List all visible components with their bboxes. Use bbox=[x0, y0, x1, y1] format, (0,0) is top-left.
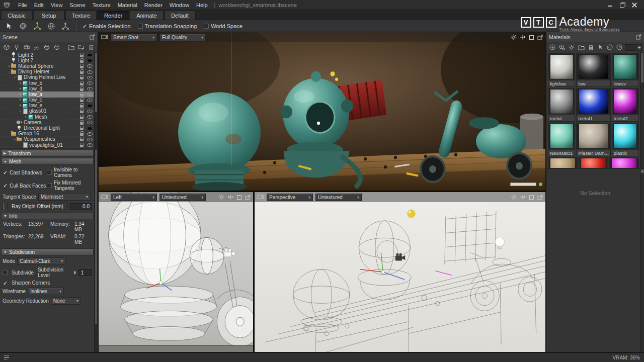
lock-icon[interactable] bbox=[80, 120, 84, 125]
left-viewport[interactable]: Left Untextured bbox=[99, 192, 255, 352]
viewport-split-icon[interactable] bbox=[520, 34, 526, 40]
material-thumbnail[interactable] bbox=[612, 88, 638, 115]
scene-tree-item[interactable]: + low_a bbox=[0, 92, 94, 97]
tree-expander-icon[interactable]: + bbox=[18, 103, 22, 108]
checkbox-icon[interactable] bbox=[3, 170, 8, 175]
lock-icon[interactable] bbox=[80, 137, 84, 141]
scene-tree-item[interactable]: - glass01 bbox=[0, 109, 94, 114]
add-camera-icon[interactable] bbox=[22, 43, 31, 51]
tree-scrollbar[interactable] bbox=[94, 52, 98, 148]
render-quality-dropdown[interactable]: Full Quality bbox=[159, 34, 206, 41]
scroll-up-arrow-icon[interactable]: ▲ bbox=[640, 169, 644, 173]
log-lines-icon[interactable] bbox=[4, 355, 9, 360]
refresh-thumbnails-icon[interactable] bbox=[568, 43, 576, 51]
toolbar-toggle[interactable]: Enable Selection bbox=[82, 23, 131, 29]
properties-scrollbar[interactable] bbox=[94, 149, 98, 352]
visibility-eye-icon[interactable] bbox=[87, 80, 93, 85]
visibility-eye-icon[interactable] bbox=[87, 75, 93, 80]
render-quality-dropdown[interactable]: Untextured bbox=[159, 194, 206, 201]
scene-tree-item[interactable]: - Group 16 bbox=[0, 131, 94, 137]
lock-icon[interactable] bbox=[80, 98, 84, 102]
minimize-button[interactable] bbox=[608, 3, 613, 8]
menu-item[interactable]: Window bbox=[166, 2, 193, 8]
add-material-icon[interactable] bbox=[52, 43, 61, 51]
material-item[interactable]: metal1 bbox=[576, 88, 610, 122]
add-sky-icon[interactable] bbox=[32, 43, 41, 51]
material-properties-scrollbar[interactable]: ▲ bbox=[640, 169, 644, 352]
scene-tree-item[interactable]: + low_e bbox=[0, 103, 94, 109]
menu-item[interactable]: Edit bbox=[31, 2, 47, 8]
menu-item[interactable]: Texture bbox=[89, 2, 114, 8]
info-section-header[interactable]: ▼ Info bbox=[1, 213, 94, 219]
lock-icon[interactable] bbox=[80, 109, 84, 113]
perspective-viewport[interactable]: Perspective Untextured bbox=[255, 192, 545, 352]
scene-tree-item[interactable]: + Material Sphere bbox=[0, 63, 94, 69]
ray-origin-value[interactable]: 0.0 bbox=[70, 203, 92, 210]
visibility-eye-icon[interactable] bbox=[87, 131, 93, 136]
viewport-settings-gear-icon[interactable] bbox=[218, 194, 224, 200]
mesh-checkbox[interactable]: Cast Shadows bbox=[3, 167, 47, 178]
material-folder-icon[interactable] bbox=[577, 43, 586, 51]
material-thumbnail[interactable] bbox=[612, 123, 638, 149]
scene-tree-item[interactable]: vespalights_01 bbox=[0, 142, 94, 148]
mesh-checkbox[interactable]: Invisible to Camera bbox=[47, 167, 92, 178]
universal-manipulator-button[interactable] bbox=[17, 21, 29, 31]
lock-icon[interactable] bbox=[80, 126, 84, 130]
viewport-split-icon[interactable] bbox=[520, 194, 526, 200]
scene-tree-item[interactable]: - Diving Helmet bbox=[0, 69, 94, 75]
tree-expander-icon[interactable]: - bbox=[18, 109, 22, 113]
visibility-eye-icon[interactable] bbox=[87, 52, 93, 57]
checkbox-icon[interactable] bbox=[47, 170, 52, 175]
visibility-eye-icon[interactable] bbox=[87, 58, 93, 63]
timeline-slider[interactable] bbox=[510, 183, 536, 186]
material-thumbnail[interactable] bbox=[577, 88, 610, 115]
delete-icon[interactable] bbox=[87, 43, 96, 51]
workspace-tab[interactable]: Classic bbox=[1, 11, 32, 20]
close-button[interactable] bbox=[632, 3, 637, 8]
workspace-tab[interactable]: Animate bbox=[130, 11, 163, 20]
tree-expander-icon[interactable]: - bbox=[13, 75, 17, 79]
restore-button[interactable] bbox=[620, 3, 625, 8]
menu-item[interactable]: View bbox=[47, 2, 66, 8]
add-mesh-icon[interactable] bbox=[2, 43, 11, 51]
material-thumbnail[interactable] bbox=[577, 54, 610, 80]
lock-icon[interactable] bbox=[80, 115, 84, 119]
material-item[interactable]: metal2 bbox=[612, 88, 639, 122]
checkbox-icon[interactable] bbox=[204, 24, 209, 29]
menu-item[interactable]: Help bbox=[193, 2, 211, 8]
add-object-icon[interactable] bbox=[42, 43, 51, 51]
scene-tree-item[interactable]: Light 2 bbox=[0, 52, 94, 58]
lock-icon[interactable] bbox=[80, 92, 84, 97]
folder-icon[interactable] bbox=[66, 43, 75, 51]
lock-icon[interactable] bbox=[80, 69, 84, 74]
visibility-eye-icon[interactable] bbox=[87, 103, 93, 108]
scale-tool-button[interactable] bbox=[59, 21, 71, 31]
mesh-section-header[interactable]: ▼ Mesh bbox=[1, 158, 94, 165]
lock-icon[interactable] bbox=[80, 103, 84, 108]
stepper-icon[interactable]: ▲▼ bbox=[73, 270, 76, 275]
material-item[interactable]: Plaster Dam... bbox=[576, 123, 610, 156]
transform-section-header[interactable]: ▶ Transform bbox=[1, 150, 94, 157]
menu-item[interactable]: Material bbox=[114, 2, 141, 8]
lock-icon[interactable] bbox=[80, 86, 84, 91]
checkbox-icon[interactable] bbox=[138, 24, 143, 29]
ray-origin-slider[interactable]: Ray Origin Offset (mm) bbox=[7, 203, 68, 210]
material-item[interactable]: plastic bbox=[612, 123, 639, 156]
lock-icon[interactable] bbox=[80, 58, 84, 63]
material-item[interactable] bbox=[579, 157, 608, 169]
material-thumbnail[interactable] bbox=[610, 158, 638, 169]
new-material-icon[interactable] bbox=[548, 43, 557, 51]
viewport-popout-icon[interactable] bbox=[537, 195, 543, 200]
material-thumbnail[interactable] bbox=[548, 158, 577, 169]
visibility-eye-icon[interactable] bbox=[87, 69, 93, 74]
material-thumbnail[interactable] bbox=[548, 54, 575, 80]
toolbar-toggle[interactable]: World Space bbox=[204, 23, 243, 29]
checkbox-icon[interactable] bbox=[3, 183, 8, 188]
material-thumbnail[interactable] bbox=[612, 54, 638, 80]
material-item[interactable]: NewMat01 bbox=[548, 123, 575, 156]
viewport-maximize-icon[interactable] bbox=[529, 195, 534, 200]
duplicate-material-icon[interactable] bbox=[558, 43, 567, 51]
material-item[interactable]: metal bbox=[548, 88, 575, 122]
viewport-split-icon[interactable] bbox=[227, 194, 233, 200]
viewport-settings-gear-icon[interactable] bbox=[511, 194, 517, 200]
